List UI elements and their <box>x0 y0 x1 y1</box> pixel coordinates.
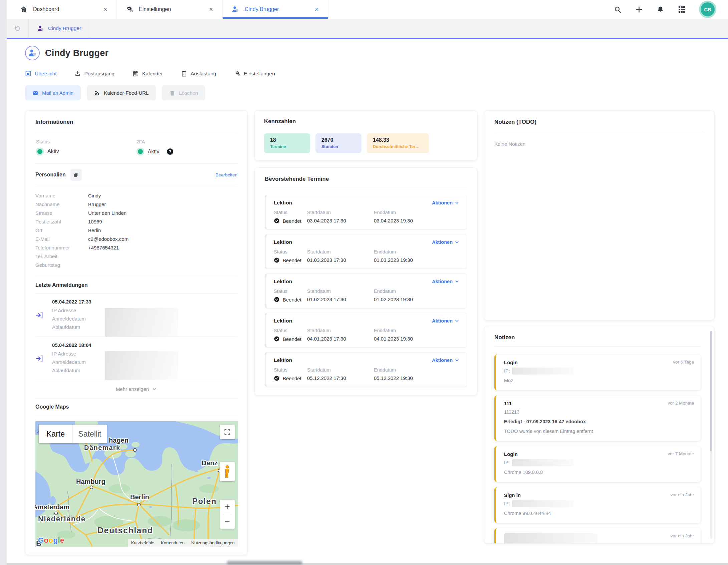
field-label: Tel. Arbeit <box>35 252 88 261</box>
check-circle-icon <box>274 336 280 342</box>
termin-head: LektionAktionen <box>274 200 459 206</box>
close-icon[interactable]: × <box>314 6 319 13</box>
google-map[interactable]: seeDänemarkhagenHamburgBerlinAmsterdamNi… <box>35 421 238 547</box>
profile-avatar-icon <box>25 46 40 60</box>
browser-tab-dashboard[interactable]: Dashboard× <box>11 0 117 19</box>
user-avatar[interactable]: CB <box>701 2 715 16</box>
button-label: Kalender-Feed-URL <box>104 90 149 96</box>
mail-icon <box>32 90 38 96</box>
button-label: Löschen <box>179 90 198 96</box>
tab-postausgang[interactable]: Postausgang <box>74 70 114 77</box>
note-time: vor 6 Tage <box>673 360 694 365</box>
open-tabs: Dashboard×Einstellungen×Cindy Brugger× <box>7 0 328 19</box>
aktionen-dropdown[interactable]: Aktionen <box>432 239 459 245</box>
fullscreen-icon[interactable] <box>220 425 235 439</box>
apps-icon[interactable] <box>677 5 686 14</box>
note-time: vor 2 Monate <box>668 401 694 406</box>
termin-end-value: 05.12.2022 19:30 <box>374 375 413 381</box>
content-columns: Informationen Status Aktiv 2FA Aktiv <box>25 110 714 565</box>
field-vorname: VornameCindy <box>35 191 237 200</box>
aktionen-dropdown[interactable]: Aktionen <box>432 200 459 205</box>
browser-tab-einstellungen[interactable]: Einstellungen× <box>116 0 223 19</box>
zoom-out-icon[interactable]: − <box>220 514 235 529</box>
status-section: Status Aktiv 2FA Aktiv ? <box>35 131 237 163</box>
termin-col: StatusBeendet <box>274 328 307 342</box>
termin-status-value: Beendet <box>274 257 307 263</box>
note-line-text: 111213 <box>504 408 519 416</box>
pegman-icon[interactable] <box>220 462 235 481</box>
map-attribution-link-kartendaten[interactable]: Kartendaten <box>158 540 188 545</box>
button-label: Mail an Admin <box>42 90 73 96</box>
tab-kalender[interactable]: Kalender <box>133 70 163 77</box>
note-entry: 111vor 2 Monate111213Erledigt - 07.09.20… <box>494 396 701 441</box>
field-value: +4987654321 <box>88 243 119 252</box>
redacted-value <box>512 459 574 466</box>
stat-value: 2670 <box>321 137 355 143</box>
add-icon[interactable] <box>635 5 643 14</box>
field-telefonnummer: Telefonnummer+4987654321 <box>35 243 237 252</box>
notizen-todo-card: Notizen (TODO) Keine Notizen <box>484 110 714 321</box>
map-label-hagen: hagen <box>109 437 129 444</box>
field-label: Strasse <box>35 209 88 217</box>
field-value: Cindy <box>88 191 101 200</box>
map-satellit-button[interactable]: Satellit <box>73 425 107 443</box>
note-line: Erledigt - 07.09.2023 16:47 edoobox <box>504 418 694 426</box>
map-attribution-link-nutzungsbedingungen[interactable]: Nutzungsbedingungen <box>188 540 238 545</box>
note-time: vor 7 Monate <box>668 451 694 456</box>
mail-an-admin-button[interactable]: Mail an Admin <box>25 85 81 100</box>
termin-head: LektionAktionen <box>274 357 459 363</box>
check-circle-icon <box>274 297 280 303</box>
close-icon[interactable]: × <box>102 6 108 13</box>
map-karte-button[interactable]: Karte <box>39 425 73 443</box>
person-shield-icon <box>231 6 239 13</box>
stat-label: Durchschnittliche Termind... <box>373 144 423 149</box>
chevron-down-icon <box>455 319 459 323</box>
help-icon[interactable]: ? <box>167 148 173 155</box>
stat-value: 18 <box>270 137 304 143</box>
note-line: IP: <box>504 459 694 467</box>
notifications-icon[interactable] <box>656 5 665 14</box>
tab-einstellungen[interactable]: Einstellungen <box>234 70 275 77</box>
löschen-button[interactable]: Löschen <box>162 85 205 100</box>
subtab-cindy-brugger[interactable]: Cindy Brugger <box>29 19 90 38</box>
kalender-feed-url-button[interactable]: Kalender-Feed-URL <box>87 85 156 100</box>
stat-label: Termine <box>270 144 304 149</box>
note-line: Chrome 99.0.4844.84 <box>504 510 694 517</box>
search-icon[interactable] <box>613 5 622 14</box>
termin-col: Enddatum01.03.2023 19:30 <box>374 249 413 263</box>
browser-tab-cindy-brugger[interactable]: Cindy Brugger× <box>222 0 328 19</box>
topbar-actions: CB <box>613 0 728 19</box>
field-label: Vorname <box>35 191 88 200</box>
copy-button[interactable] <box>70 169 82 181</box>
termin-title: Lektion <box>274 318 292 324</box>
termin-col-label: Startdatum <box>307 210 374 215</box>
subtab-label: Cindy Brugger <box>48 25 81 31</box>
scrollbar[interactable] <box>710 331 712 539</box>
maps-title: Google Maps <box>35 404 69 410</box>
history-icon[interactable] <box>7 19 29 38</box>
mehr-anzeigen-link[interactable]: Mehr anzeigen <box>35 380 237 399</box>
termin-start-value: 05.12.2022 17:30 <box>307 375 374 381</box>
close-icon[interactable]: × <box>208 6 214 13</box>
login-entry: 05.04.2022 17:33IP AdresseAnmeldedatumAb… <box>35 294 237 337</box>
tab-übersicht[interactable]: Übersicht <box>25 70 56 77</box>
scrollbar-thumb[interactable] <box>710 331 712 451</box>
map-attribution-link-kurzbefehle[interactable]: Kurzbefehle <box>128 540 158 545</box>
note-head: Sign invor ein Jahr <box>504 492 694 498</box>
aktionen-label: Aktionen <box>432 358 453 363</box>
termine-card: Bevorstehende Termine LektionAktionenSta… <box>254 167 477 395</box>
termin-col: StatusBeendet <box>274 249 307 263</box>
aktionen-dropdown[interactable]: Aktionen <box>432 358 459 363</box>
termin-end-value: 01.03.2023 19:30 <box>374 257 413 263</box>
upload-icon <box>74 70 81 77</box>
field-value: Unter den Linden <box>88 209 127 217</box>
note-line: TODO wurde von diesem Eintrag entfernt <box>504 428 694 435</box>
bearbeiten-link[interactable]: Bearbeiten <box>216 172 237 177</box>
left-edge-strip <box>0 0 7 565</box>
note-line: 111213 <box>504 408 694 416</box>
aktionen-dropdown[interactable]: Aktionen <box>432 318 459 324</box>
aktionen-dropdown[interactable]: Aktionen <box>432 279 459 284</box>
tab-auslastung[interactable]: Auslastung <box>181 70 216 77</box>
termin-entry: LektionAktionenStatusBeendetStartdatum04… <box>265 313 467 348</box>
zoom-in-icon[interactable]: + <box>220 500 235 514</box>
